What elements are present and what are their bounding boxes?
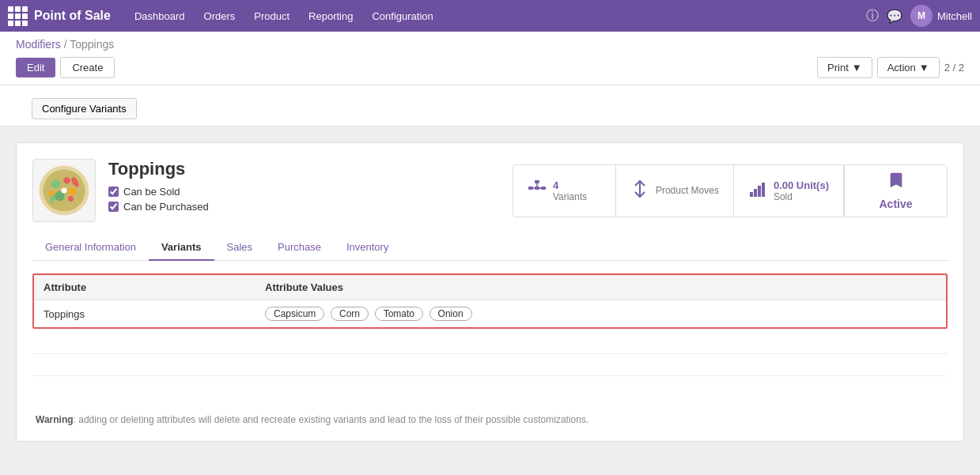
top-navigation: Point of Sale Dashboard Orders Product R… [0, 0, 980, 32]
tab-purchase[interactable]: Purchase [265, 235, 334, 261]
svg-rect-21 [762, 183, 765, 197]
variants-stat-text: 4 Variants [553, 179, 587, 202]
chat-icon[interactable]: 💬 [887, 9, 902, 24]
active-stat[interactable]: Active [844, 165, 947, 217]
svg-point-4 [69, 188, 77, 196]
tag-corn[interactable]: Corn [331, 307, 369, 321]
empty-rows [32, 332, 948, 398]
can-be-sold-row: Can be Sold [108, 186, 500, 198]
warning-text: Warning: adding or deleting attributes w… [32, 414, 948, 425]
units-sold-label: Sold [774, 191, 829, 202]
tab-general-information[interactable]: General Information [32, 235, 149, 261]
product-moves-icon [630, 179, 649, 202]
attribute-cell: Toppings [34, 300, 255, 328]
active-label: Active [879, 198, 912, 210]
product-header: Toppings Can be Sold Can be Purchased [32, 159, 948, 222]
variants-table: Attribute Attribute Values Toppings Caps… [34, 275, 946, 327]
svg-point-6 [68, 196, 74, 202]
tab-variants[interactable]: Variants [149, 235, 214, 261]
product-title: Toppings [108, 159, 500, 179]
can-be-sold-label: Can be Sold [123, 186, 180, 198]
grid-icon [8, 6, 28, 26]
variants-value: 4 [553, 179, 587, 191]
warning-detail: : adding or deleting attributes will del… [74, 414, 589, 425]
toolbar: Edit Create Print ▼ Action ▼ 2 / 2 [16, 57, 964, 85]
create-button[interactable]: Create [60, 57, 115, 78]
table-row: Toppings Capsicum Corn Tomato Onion [34, 300, 946, 328]
svg-rect-19 [754, 189, 757, 197]
product-moves-stat-text: Product Moves [656, 185, 719, 196]
svg-rect-20 [758, 186, 761, 197]
breadcrumb-current: Toppings [70, 38, 114, 51]
edit-button[interactable]: Edit [16, 58, 55, 77]
units-sold-stat-text: 0.00 Unit(s) Sold [774, 179, 829, 202]
app-name: Point of Sale [34, 9, 111, 23]
nav-orders[interactable]: Orders [196, 7, 244, 25]
active-icon [887, 172, 905, 193]
variants-label: Variants [553, 191, 587, 202]
breadcrumb-parent[interactable]: Modifiers [16, 38, 61, 51]
svg-rect-18 [750, 192, 753, 197]
nav-dashboard[interactable]: Dashboard [127, 7, 193, 25]
product-moves-stat[interactable]: Product Moves [616, 165, 734, 217]
topnav-right: ⓘ 💬 M Mitchell [866, 5, 972, 27]
col-attribute-values: Attribute Values [255, 275, 946, 300]
svg-point-2 [51, 179, 60, 188]
nav-reporting[interactable]: Reporting [301, 7, 361, 25]
user-menu[interactable]: M Mitchell [910, 5, 972, 27]
avatar: M [910, 5, 933, 27]
stat-group: 4 Variants [513, 164, 948, 217]
empty-row-2 [32, 354, 948, 376]
breadcrumb-bar: Modifiers / Toppings Edit Create Print ▼… [0, 32, 980, 85]
stat-badges: 4 Variants [513, 164, 948, 217]
print-button[interactable]: Print ▼ [817, 57, 872, 78]
can-be-purchased-label: Can be Purchased [123, 201, 209, 213]
units-sold-icon [748, 179, 767, 202]
variants-table-container: Attribute Attribute Values Toppings Caps… [32, 273, 948, 329]
tab-inventory[interactable]: Inventory [334, 235, 401, 261]
col-attribute: Attribute [34, 275, 255, 300]
units-sold-stat[interactable]: 0.00 Unit(s) Sold [734, 165, 844, 217]
table-header-row: Attribute Attribute Values [34, 275, 946, 300]
tabs: General Information Variants Sales Purch… [32, 235, 948, 261]
svg-point-8 [62, 188, 67, 194]
action-button[interactable]: Action ▼ [877, 57, 940, 78]
tag-capsicum[interactable]: Capsicum [265, 307, 324, 321]
product-image [32, 159, 96, 222]
nav-product[interactable]: Product [246, 7, 297, 25]
action-chevron-icon: ▼ [919, 62, 929, 74]
product-card: Toppings Can be Sold Can be Purchased [16, 142, 964, 442]
main-nav: Dashboard Orders Product Reporting Confi… [127, 7, 866, 25]
can-be-sold-checkbox[interactable] [108, 187, 119, 197]
page-content: Toppings Can be Sold Can be Purchased [0, 126, 980, 458]
warning-prefix: Warning [36, 414, 74, 425]
svg-rect-11 [535, 180, 539, 183]
product-info: Toppings Can be Sold Can be Purchased [108, 159, 500, 216]
can-be-purchased-checkbox[interactable] [108, 202, 119, 212]
pagination: 2 / 2 [944, 62, 964, 74]
variants-stat[interactable]: 4 Variants [513, 165, 616, 217]
tag-tomato[interactable]: Tomato [375, 307, 423, 321]
empty-row-1 [32, 332, 948, 354]
nav-configuration[interactable]: Configuration [364, 7, 441, 25]
help-icon[interactable]: ⓘ [866, 8, 879, 25]
configure-variants-bar: Configure Variants [0, 85, 980, 126]
units-sold-value: 0.00 Unit(s) [774, 179, 829, 191]
svg-point-3 [63, 177, 70, 183]
app-logo[interactable]: Point of Sale [8, 6, 111, 26]
user-name: Mitchell [937, 10, 972, 22]
empty-row-3 [32, 376, 948, 398]
variants-icon [528, 179, 547, 202]
attribute-values-cell: Capsicum Corn Tomato Onion [255, 300, 946, 328]
tab-sales[interactable]: Sales [214, 235, 266, 261]
breadcrumb: Modifiers / Toppings [16, 38, 964, 51]
can-be-purchased-row: Can be Purchased [108, 201, 500, 213]
tag-onion[interactable]: Onion [429, 307, 472, 321]
product-moves-label: Product Moves [656, 185, 719, 196]
print-chevron-icon: ▼ [852, 62, 862, 74]
configure-variants-button[interactable]: Configure Variants [32, 98, 137, 119]
